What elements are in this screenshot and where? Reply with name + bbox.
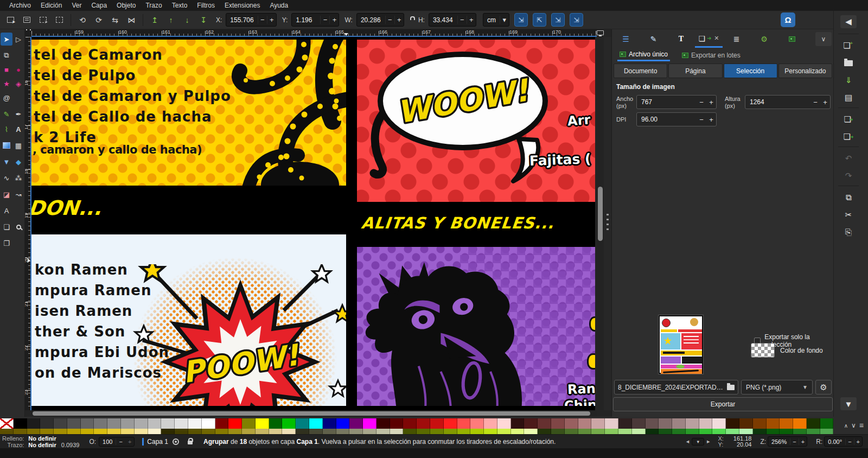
layer-name[interactable]: Capa 1 [147, 438, 168, 446]
tab-swatches[interactable]: ☰ [612, 30, 640, 48]
palette-swatch[interactable] [188, 429, 202, 434]
zoom-decrement[interactable]: − [790, 438, 798, 445]
palette-swatch[interactable] [591, 418, 605, 429]
palette-swatch[interactable] [336, 418, 350, 429]
paste-button[interactable]: ⎘ [840, 226, 857, 239]
palette-scroll-up-icon[interactable]: ∧ [844, 423, 848, 429]
palette-swatch[interactable] [363, 418, 376, 429]
menu-ver[interactable]: Ver [67, 2, 86, 9]
palette-swatch[interactable] [793, 429, 807, 434]
menu-edición[interactable]: Edición [36, 2, 67, 9]
palette-swatch[interactable] [256, 429, 269, 434]
mode-documento[interactable]: Documento [614, 63, 667, 78]
import-button[interactable]: ❏➜ [840, 113, 857, 126]
palette-swatch[interactable] [591, 429, 605, 434]
menu-objeto[interactable]: Objeto [112, 2, 141, 9]
h-increment[interactable]: + [467, 16, 476, 24]
palette-swatch[interactable] [699, 418, 713, 429]
palette-swatch[interactable] [107, 418, 121, 429]
rotate-cw-icon[interactable]: ⟳ [92, 13, 106, 27]
raise-icon[interactable]: ↑ [164, 13, 178, 27]
palette-swatch[interactable] [148, 418, 162, 429]
rectangle-tool[interactable]: ■ [1, 63, 12, 76]
palette-swatch[interactable] [376, 429, 390, 434]
palette-swatch[interactable] [417, 429, 430, 434]
palette-swatch[interactable] [296, 429, 309, 434]
palette-swatch[interactable] [659, 429, 672, 434]
palette-swatch[interactable] [336, 429, 350, 434]
palette-swatch[interactable] [807, 418, 820, 429]
select-all-layers-icon[interactable] [20, 13, 34, 27]
rotation-field[interactable]: 0.00° − + [824, 436, 863, 447]
dpi-field[interactable]: 96.00 −+ [636, 112, 717, 126]
palette-swatch[interactable] [81, 429, 94, 434]
palette-swatch[interactable] [390, 418, 404, 429]
palette-swatch[interactable] [67, 418, 81, 429]
palette-swatch[interactable] [135, 429, 148, 434]
palette-swatch[interactable] [538, 429, 551, 434]
palette-swatch[interactable] [470, 429, 484, 434]
format-dropdown[interactable]: PNG (*.png) ▼ [741, 380, 813, 395]
palette-swatch[interactable] [605, 429, 618, 434]
height-decrement[interactable]: − [810, 98, 820, 106]
shape-builder-tool[interactable]: ⧉ [1, 49, 12, 62]
palette-swatch[interactable] [686, 418, 699, 429]
palette-swatch[interactable] [376, 418, 390, 429]
menu-trazo[interactable]: Trazo [141, 2, 167, 9]
rotate-ccw-icon[interactable]: ⟲ [75, 13, 90, 27]
dialog-overflow-chevron[interactable]: ∨ [815, 32, 832, 46]
horizontal-scrollbar-thumb[interactable] [33, 411, 590, 416]
horizontal-ruler[interactable]: 159160161162163164165166167168169170171 [31, 29, 597, 37]
palette-swatch[interactable] [0, 429, 14, 434]
palette-scroll-down-icon[interactable]: ∨ [851, 422, 856, 429]
palette-swatch[interactable] [107, 429, 121, 434]
move-patterns-toggle[interactable]: ⇲ [570, 13, 583, 27]
tab-export[interactable]: ❏➜✕ [695, 30, 723, 48]
palette-swatch[interactable] [511, 418, 525, 429]
tab-image[interactable] [778, 30, 806, 48]
display-mode-icon[interactable] [597, 30, 604, 35]
palette-swatch[interactable] [349, 429, 363, 434]
palette-swatch[interactable] [457, 418, 471, 429]
selection-bbox-icon[interactable] [52, 13, 66, 27]
palette-swatch[interactable] [188, 418, 202, 429]
tab-align[interactable]: ≣ [723, 30, 750, 48]
palette-swatch[interactable] [470, 418, 484, 429]
palette-swatch[interactable] [40, 429, 54, 434]
palette-swatch[interactable] [524, 418, 538, 429]
node-tool[interactable]: ▷ [12, 33, 24, 46]
measure-tool[interactable]: A [1, 204, 12, 217]
palette-swatch[interactable] [618, 418, 632, 429]
flip-horizontal-icon[interactable]: ⇆ [108, 13, 122, 27]
palette-swatch[interactable] [269, 429, 283, 434]
spiral-tool[interactable]: @ [1, 91, 12, 104]
palette-swatch[interactable] [242, 418, 256, 429]
palette-swatch[interactable] [121, 418, 135, 429]
palette-swatch[interactable] [524, 429, 538, 434]
dpi-decrement[interactable]: − [697, 116, 706, 124]
palette-swatch[interactable] [135, 418, 148, 429]
export-path-input[interactable]: 8_DICIEMBRE_2024\EXPORTADOS\g634-7.png [614, 380, 738, 395]
export-button[interactable]: Exportar [613, 397, 833, 411]
palette-swatch[interactable] [659, 418, 672, 429]
palette-swatch[interactable] [578, 418, 592, 429]
palette-swatch[interactable] [228, 429, 242, 434]
redo-button[interactable]: ↷ [840, 169, 857, 182]
zoom-increment[interactable]: + [799, 438, 807, 445]
palette-swatch[interactable] [282, 429, 296, 434]
tab-batch-export[interactable]: Exportar en lotes [680, 49, 743, 61]
w-value[interactable]: 20.286 [357, 16, 385, 24]
palette-swatch[interactable] [323, 418, 336, 429]
palette-swatch[interactable] [632, 429, 646, 434]
palette-swatch[interactable] [14, 418, 27, 429]
zoom-tool[interactable] [12, 220, 24, 233]
palette-swatch[interactable] [712, 418, 726, 429]
lower-to-bottom-icon[interactable]: ↧ [196, 13, 210, 27]
dropper-tool[interactable]: ▼ [1, 155, 12, 168]
palette-swatch[interactable] [94, 418, 107, 429]
vertical-ruler[interactable]: 1617181920212223 [25, 37, 31, 410]
x-increment[interactable]: + [267, 16, 276, 24]
mode-pagina[interactable]: Página [668, 63, 722, 78]
duplicate-button[interactable]: ⧉ [840, 191, 857, 204]
menu-capa[interactable]: Capa [86, 2, 112, 9]
